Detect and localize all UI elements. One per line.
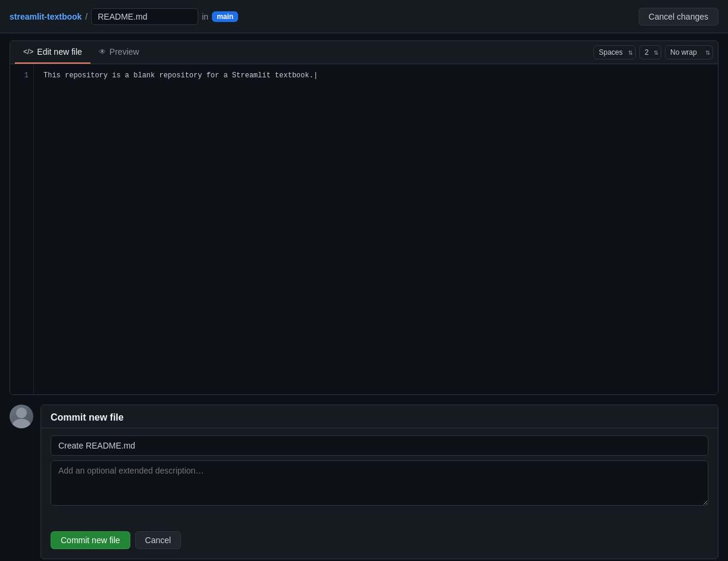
commit-form-body (41, 428, 718, 517)
editor-toolbar-right: Spaces Tabs 2 4 8 No wrap Soft wrap (593, 45, 713, 59)
spaces-select-wrapper: Spaces Tabs (593, 45, 636, 59)
code-icon: </> (23, 48, 33, 56)
commit-submit-button[interactable]: Commit new file (51, 531, 130, 549)
line-numbers: 1 (10, 64, 34, 394)
commit-cancel-button[interactable]: Cancel (135, 531, 182, 549)
top-bar: streamlit-textbook / in main Cancel chan… (0, 0, 728, 33)
line-number-1: 1 (15, 71, 29, 80)
tab-edit[interactable]: </> Edit new file (15, 41, 90, 64)
breadcrumb-separator: / (85, 12, 88, 21)
cancel-changes-button[interactable]: Cancel changes (639, 8, 718, 26)
avatar-head-shape (16, 408, 27, 418)
commit-form: Commit new file Commit new file Cancel (40, 405, 718, 559)
commit-actions: Commit new file Cancel (41, 524, 718, 559)
code-content[interactable]: This repository is a blank repository fo… (34, 64, 718, 394)
commit-section: Commit new file Commit new file Cancel (10, 405, 718, 559)
commit-description-input[interactable] (51, 460, 708, 506)
tab-preview[interactable]: 👁 Preview (90, 41, 148, 64)
code-editor[interactable]: 1 This repository is a blank repository … (10, 64, 718, 394)
branch-label: in (202, 12, 208, 21)
tab-edit-label: Edit new file (37, 47, 82, 57)
indent-select[interactable]: 2 4 8 (639, 45, 661, 59)
filename-input[interactable] (91, 8, 198, 25)
commit-message-input[interactable] (51, 435, 708, 456)
spaces-select[interactable]: Spaces Tabs (593, 45, 636, 59)
branch-badge: main (212, 11, 238, 22)
indent-select-wrapper: 2 4 8 (639, 45, 661, 59)
editor-tabs: </> Edit new file 👁 Preview Spaces Tabs … (10, 41, 718, 64)
avatar-image (10, 405, 33, 428)
avatar (10, 405, 33, 428)
avatar-body-shape (13, 419, 30, 428)
breadcrumb: streamlit-textbook / in main (10, 8, 639, 25)
wrap-select[interactable]: No wrap Soft wrap (665, 45, 713, 59)
editor-container: </> Edit new file 👁 Preview Spaces Tabs … (10, 40, 718, 395)
commit-form-header: Commit new file (41, 405, 718, 428)
repo-link[interactable]: streamlit-textbook (10, 12, 82, 21)
wrap-select-wrapper: No wrap Soft wrap (665, 45, 713, 59)
eye-icon: 👁 (99, 48, 106, 56)
tab-preview-label: Preview (110, 47, 139, 57)
